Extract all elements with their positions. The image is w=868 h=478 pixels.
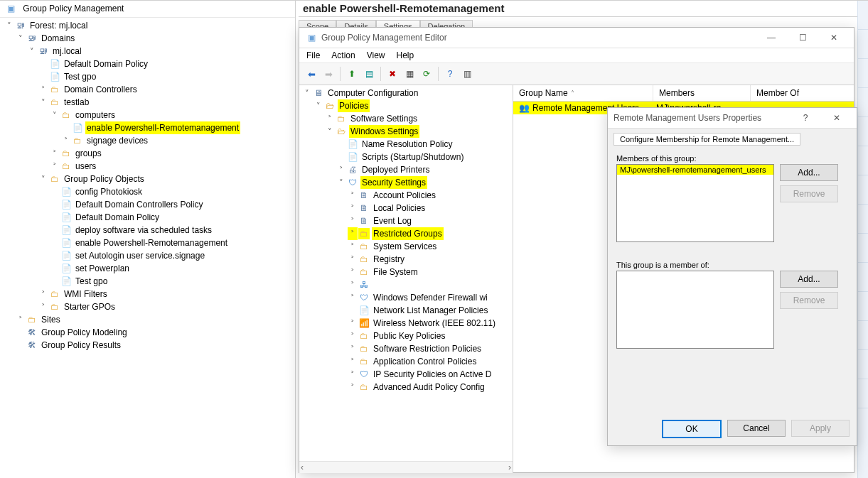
expander-icon[interactable]: ˃	[348, 266, 358, 278]
etree-item[interactable]: 📄Scripts (Startup/Shutdown)	[299, 151, 513, 163]
scroll-right-icon[interactable]: ›	[508, 462, 511, 472]
menu-action[interactable]: Action	[331, 50, 355, 60]
expander-icon[interactable]: ˃	[348, 368, 358, 381]
minimize-button[interactable]: —	[756, 28, 787, 47]
refresh-button[interactable]: ⟳	[419, 66, 434, 82]
expander-icon[interactable]: ˃	[38, 300, 48, 313]
scroll-left-icon[interactable]: ‹	[301, 462, 304, 472]
domains-node[interactable]: ˅🖳Domains	[0, 32, 295, 45]
tree-item[interactable]: 📄Default Domain Policy	[0, 211, 295, 224]
col-members[interactable]: Members	[653, 85, 751, 101]
tree-item[interactable]: 📄set Powerplan	[0, 262, 295, 275]
help-button[interactable]: ?	[442, 66, 458, 82]
menu-view[interactable]: View	[367, 50, 385, 60]
tree-item[interactable]: 📄Default Domain Controllers Policy	[0, 198, 295, 211]
etree-item[interactable]: ˅🛡Security Settings	[299, 176, 513, 189]
expander-icon[interactable]: ˃	[325, 112, 335, 125]
up-button[interactable]: ⬆	[344, 66, 360, 82]
expander-icon[interactable]: ˃	[38, 83, 48, 96]
col-member-of[interactable]: Member Of	[751, 85, 854, 101]
properties-tab[interactable]: Configure Membership for Remote Manageme…	[614, 133, 800, 146]
close-button[interactable]: ✕	[818, 28, 850, 47]
tree-item[interactable]: 🛠Group Policy Modeling	[0, 326, 295, 339]
etree-item[interactable]: 📄Network List Manager Policies	[299, 304, 513, 317]
etree-item[interactable]: ˃🗎Account Policies	[299, 189, 513, 202]
expander-icon[interactable]: ˃	[348, 355, 358, 368]
cancel-button[interactable]: Cancel	[727, 420, 786, 437]
tree-item[interactable]: ˃🗀WMI Filters	[0, 288, 295, 300]
maximize-button[interactable]: ☐	[787, 28, 818, 47]
menu-file[interactable]: File	[306, 50, 320, 60]
extra-button[interactable]: ▥	[459, 66, 475, 82]
expander-icon[interactable]: ˅	[38, 96, 48, 109]
expander-icon[interactable]: ˃	[348, 214, 358, 227]
add-memberof-button[interactable]: Add...	[780, 271, 838, 288]
tree-item[interactable]: ˃🗀Sites	[0, 313, 295, 326]
etree-item[interactable]: ˃🗎Event Log	[299, 214, 513, 227]
etree-item[interactable]: ˃🗀Advanced Audit Policy Config	[299, 381, 513, 393]
expander-icon[interactable]: ˃	[50, 147, 60, 160]
memberof-listbox[interactable]	[616, 271, 774, 349]
etree-item[interactable]: ˅🗁Windows Settings	[299, 125, 513, 138]
expander-icon[interactable]: ˃	[16, 313, 26, 326]
etree-item[interactable]: ˃🗀File System	[299, 266, 513, 278]
etree-item[interactable]: 📄Name Resolution Policy	[299, 138, 513, 151]
etree-item[interactable]: ˃🖧	[299, 278, 513, 291]
tree-item[interactable]: ˃🗀Domain Controllers	[0, 83, 295, 96]
tree-item[interactable]: 📄Default Domain Policy	[0, 58, 295, 70]
back-button[interactable]: ⬅	[304, 66, 319, 82]
expander-icon[interactable]: ˃	[50, 160, 60, 173]
tree-item[interactable]: ˅🗀testlab	[0, 96, 295, 109]
etree-item[interactable]: ˃🛡Windows Defender Firewall wi	[299, 291, 513, 304]
tree-item[interactable]: 🛠Group Policy Results	[0, 339, 295, 352]
tree-item[interactable]: ˅🗀Group Policy Objects	[0, 173, 295, 185]
etree-item[interactable]: ˃🗎Local Policies	[299, 202, 513, 214]
etree-item[interactable]: ˅🗁Policies	[299, 99, 513, 112]
etree-item[interactable]: ˃🗀System Services	[299, 240, 513, 253]
etree-item[interactable]: ˃🗀Application Control Policies	[299, 355, 513, 368]
col-group-name[interactable]: Group Name˄	[513, 85, 653, 101]
list-item[interactable]: MJ\powershell-remotemanagement_users	[617, 165, 773, 175]
etree-item[interactable]: ˃🗀Software Restriction Policies	[299, 342, 513, 355]
expander-icon[interactable]: ˃	[348, 330, 358, 342]
tree-item[interactable]: 📄config Photokiosk	[0, 185, 295, 198]
expander-icon[interactable]: ˃	[348, 317, 358, 330]
expander-icon[interactable]: ˃	[61, 134, 71, 147]
expander-icon[interactable]: ˅	[302, 87, 312, 99]
expander-icon[interactable]: ˅	[38, 173, 48, 185]
gpm-tree[interactable]: ˅🖳Forest: mj.local ˅🖳Domains ˅🖳mj.local …	[0, 18, 295, 475]
properties-titlebar[interactable]: Remote Management Users Properties ? ✕	[608, 108, 857, 129]
expander-icon[interactable]: ˃	[348, 189, 358, 202]
expander-icon[interactable]: ˅	[16, 32, 26, 45]
expander-icon[interactable]: ˃	[348, 227, 358, 240]
tree-item[interactable]: 📄deploy software via scheduled tasks	[0, 224, 295, 237]
expander-icon[interactable]: ˃	[348, 291, 358, 304]
etree-item[interactable]: ˃🗀Registry	[299, 253, 513, 266]
delete-button[interactable]: ✖	[385, 66, 400, 82]
expander-icon[interactable]: ˅	[314, 99, 323, 112]
tree-item[interactable]: 📄enable Powershell-Remotemanagement	[0, 237, 295, 249]
expander-icon[interactable]: ˅	[336, 176, 346, 189]
horizontal-scrollbar[interactable]: ‹›	[299, 461, 513, 473]
expander-icon[interactable]: ˃	[348, 342, 358, 355]
tree-item[interactable]: ˃🗀users	[0, 160, 295, 173]
tree-item[interactable]: ˅🗀computers	[0, 109, 295, 121]
expander-icon[interactable]: ˅	[4, 19, 14, 32]
gpme-titlebar[interactable]: ▣ Group Policy Management Editor — ☐ ✕	[299, 28, 854, 48]
etree-item[interactable]: ˃🛡IP Security Policies on Active D	[299, 368, 513, 381]
domain-node[interactable]: ˅🖳mj.local	[0, 45, 295, 58]
members-listbox[interactable]: MJ\powershell-remotemanagement_users	[616, 164, 774, 242]
expander-icon[interactable]: ˅	[325, 125, 335, 138]
close-button[interactable]: ✕	[821, 109, 852, 127]
tree-item[interactable]: ˃🗀Starter GPOs	[0, 300, 295, 313]
add-members-button[interactable]: Add...	[780, 164, 838, 181]
expander-icon[interactable]: ˃	[348, 240, 358, 253]
forward-button[interactable]: ➡	[321, 66, 336, 82]
forest-node[interactable]: ˅🖳Forest: mj.local	[0, 19, 295, 32]
tree-item[interactable]: 📄set Autologin user service.signage	[0, 249, 295, 262]
expander-icon[interactable]: ˃	[348, 253, 358, 266]
etree-item-selected[interactable]: ˃🗀Restricted Groups	[299, 227, 513, 240]
tree-item[interactable]: 📄Test gpo	[0, 275, 295, 288]
tree-item[interactable]: ˃🗀groups	[0, 147, 295, 160]
expander-icon[interactable]: ˃	[336, 163, 346, 176]
